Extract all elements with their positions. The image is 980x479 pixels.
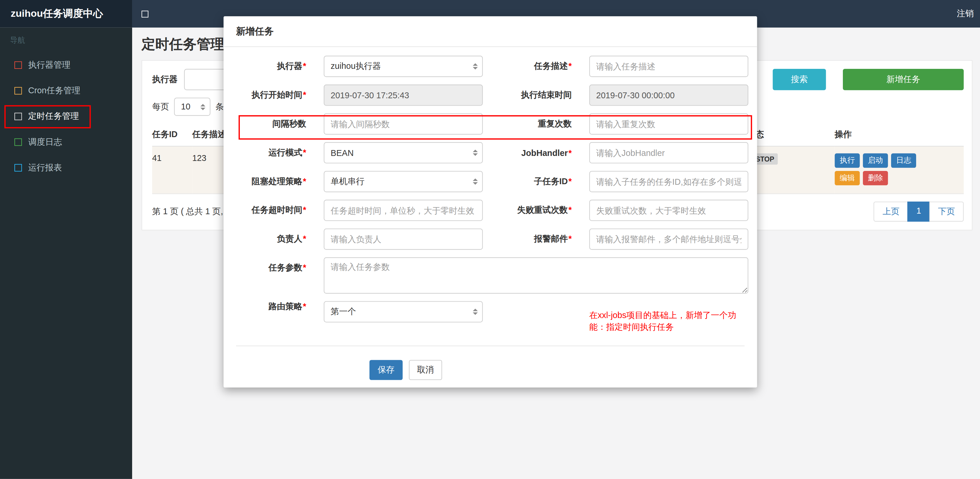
job-handler-label: JobHandler* (500, 148, 572, 158)
square-icon (14, 138, 22, 146)
job-handler-input[interactable] (589, 142, 748, 163)
start-time-input[interactable] (324, 84, 483, 106)
form-row-owner-email: 负责人* 报警邮件* (236, 229, 748, 250)
block-strategy-label: 阻塞处理策略* (236, 176, 306, 187)
job-desc-label: 任务描述* (500, 60, 572, 72)
select-stepper-icon (473, 309, 478, 315)
required-asterisk: * (568, 177, 571, 186)
required-asterisk: * (303, 205, 306, 215)
sidebar-item-scheduled-job-management[interactable]: 定时任务管理 (0, 103, 132, 129)
end-time-label: 执行结束时间 (500, 89, 572, 100)
modal-footer: 保存 取消 (236, 346, 748, 380)
required-asterisk: * (303, 302, 306, 311)
run-button[interactable]: 执行 (835, 153, 860, 168)
job-desc-input[interactable] (589, 56, 748, 77)
retry-label: 失败重试次数* (500, 205, 572, 216)
end-time-input[interactable] (589, 84, 748, 106)
sidebar-item-cron-job-management[interactable]: Cron任务管理 (0, 78, 132, 103)
sidebar-item-run-report[interactable]: 运行报表 (0, 155, 132, 180)
retry-input[interactable] (589, 200, 748, 221)
route-strategy-select[interactable]: 第一个 (324, 301, 483, 322)
required-asterisk: * (568, 62, 571, 71)
add-job-modal: 新增任务 执行器* zuihou执行器 任务描述* 执行开始时间* 执行结束时间… (224, 16, 757, 387)
sidebar-item-label: 调度日志 (28, 136, 62, 147)
square-icon (14, 112, 22, 120)
next-page-button[interactable]: 下页 (929, 202, 964, 221)
select-value: 单机串行 (331, 176, 364, 187)
owner-label: 负责人* (236, 234, 306, 245)
sidebar-item-label: 定时任务管理 (28, 111, 79, 122)
interval-label: 间隔秒数 (236, 118, 306, 129)
delete-button[interactable]: 删除 (863, 171, 888, 185)
executor-select[interactable]: zuihou执行器 (324, 56, 483, 77)
glue-type-select[interactable]: BEAN (324, 142, 483, 163)
job-param-label: 任务参数* (236, 263, 306, 274)
interval-input[interactable] (324, 113, 483, 134)
sidebar-item-label: 运行报表 (28, 162, 62, 173)
pager: 上页 1 下页 (874, 202, 964, 221)
alarm-email-label: 报警邮件* (500, 234, 572, 245)
square-icon (14, 87, 22, 94)
required-asterisk: * (568, 234, 571, 243)
alarm-email-input[interactable] (589, 229, 748, 250)
action-row-2: 编辑 删除 (835, 171, 959, 185)
pagination-info: 第 1 页 ( 总共 1 页, 1 (152, 206, 230, 217)
col-header-job-id: 任务ID (152, 123, 192, 146)
cell-actions: 执行 启动 日志 编辑 删除 (835, 146, 964, 194)
owner-input[interactable] (324, 229, 483, 250)
form-row-block-child: 阻塞处理策略* 单机串行 子任务ID* (236, 171, 748, 192)
col-header-status: 状态 (747, 123, 835, 146)
select-stepper-icon (473, 150, 478, 156)
repeat-label: 重复次数 (500, 118, 572, 129)
child-job-input[interactable] (589, 171, 748, 192)
required-asterisk: * (303, 148, 306, 157)
modal-title: 新增任务 (236, 25, 274, 36)
log-button[interactable]: 日志 (891, 153, 916, 168)
repeat-input[interactable] (589, 113, 748, 134)
form-row-times: 执行开始时间* 执行结束时间 (236, 84, 748, 106)
executor-label: 执行器* (236, 60, 306, 72)
required-asterisk: * (303, 263, 306, 272)
modal-body: 执行器* zuihou执行器 任务描述* 执行开始时间* 执行结束时间 间隔秒数… (224, 47, 757, 380)
select-stepper-icon (473, 178, 478, 185)
required-asterisk: * (303, 177, 306, 186)
select-value: zuihou执行器 (331, 60, 381, 72)
job-param-textarea[interactable] (324, 258, 748, 294)
select-stepper-icon (473, 63, 478, 70)
executor-filter-label: 执行器 (152, 74, 177, 85)
current-page-button[interactable]: 1 (908, 202, 930, 221)
col-header-actions: 操作 (835, 123, 964, 146)
block-strategy-select[interactable]: 单机串行 (324, 171, 483, 192)
required-asterisk: * (303, 62, 306, 71)
timeout-input[interactable] (324, 200, 483, 221)
sidebar-item-dispatch-log[interactable]: 调度日志 (0, 129, 132, 154)
form-row-job-param: 任务参数* (236, 258, 748, 294)
select-value: BEAN (331, 148, 353, 158)
cancel-button[interactable]: 取消 (409, 360, 442, 380)
sidebar-toggle-icon[interactable] (142, 10, 148, 17)
sidebar-item-label: 执行器管理 (28, 59, 71, 70)
form-row-interval-repeat: 间隔秒数 重复次数 (236, 113, 748, 134)
start-button[interactable]: 启动 (863, 153, 888, 168)
prev-page-button[interactable]: 上页 (874, 202, 908, 221)
select-stepper-icon (200, 103, 205, 110)
sidebar-item-label: Cron任务管理 (28, 85, 80, 96)
child-job-label: 子任务ID* (500, 176, 572, 187)
form-row-timeout-retry: 任务超时时间* 失败重试次数* (236, 200, 748, 221)
edit-button[interactable]: 编辑 (835, 171, 860, 185)
required-asterisk: * (568, 148, 571, 158)
select-value: 第一个 (331, 306, 356, 317)
required-asterisk: * (568, 205, 571, 215)
status-text: STOP (756, 155, 774, 163)
save-button[interactable]: 保存 (369, 360, 402, 380)
feature-note: 在xxl-jobs项目的基础上，新增了一个功能：指定时间执行任务 (589, 309, 748, 333)
search-button[interactable]: 搜索 (773, 69, 826, 90)
sidebar: 导航 执行器管理 Cron任务管理 定时任务管理 调度日志 运行报表 (0, 28, 132, 479)
add-job-button[interactable]: 新增任务 (843, 69, 964, 90)
logout-link[interactable]: 注销 (956, 8, 975, 19)
per-page-select[interactable]: 10 (174, 98, 210, 116)
cell-job-id: 41 (152, 146, 192, 194)
sidebar-nav: 执行器管理 Cron任务管理 定时任务管理 调度日志 运行报表 (0, 52, 132, 180)
form-row-mode-handler: 运行模式* BEAN JobHandler* (236, 142, 748, 163)
sidebar-item-executor-management[interactable]: 执行器管理 (0, 52, 132, 78)
